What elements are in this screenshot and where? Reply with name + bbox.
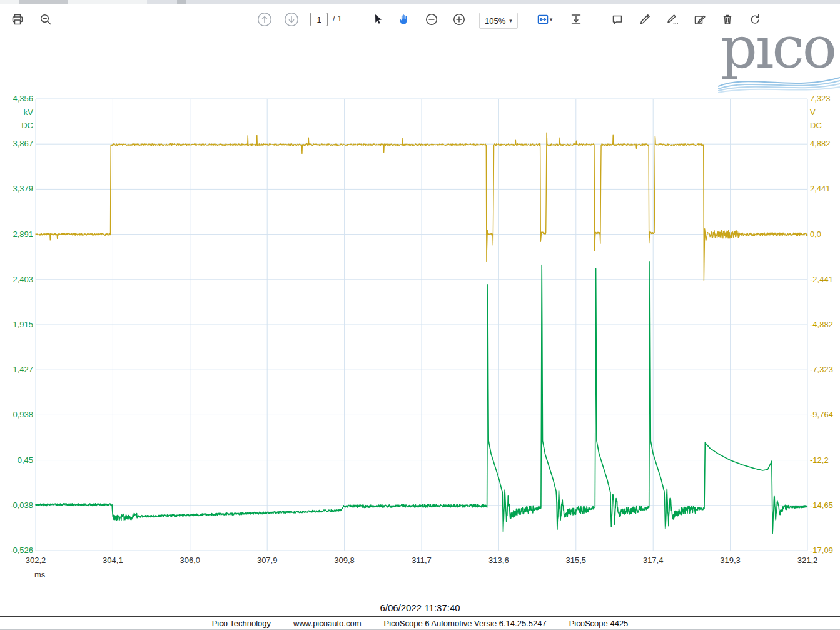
highlighter-icon xyxy=(665,13,679,26)
chevron-down-icon: ▾ xyxy=(509,18,512,24)
hand-tool-button[interactable] xyxy=(395,9,415,29)
print-datetime: 6/06/2022 11:37:40 xyxy=(0,602,840,613)
right-axis-tick: -7,323 xyxy=(810,365,840,375)
footer-company: Pico Technology xyxy=(212,619,271,628)
right-axis-tick: -17,09 xyxy=(810,546,840,556)
left-axis-tick: 4,356 xyxy=(0,94,33,104)
hand-tool-icon xyxy=(398,13,412,26)
right-axis-tick: 7,323 xyxy=(810,94,840,104)
left-axis-tick: 1,427 xyxy=(0,365,33,375)
highlighter-button[interactable] xyxy=(662,9,682,29)
nav-up-button[interactable] xyxy=(255,9,275,29)
pico-logo: pico xyxy=(718,31,840,94)
redo-button[interactable] xyxy=(745,9,765,29)
left-axis-tick: 3,379 xyxy=(0,184,33,194)
redo-icon xyxy=(748,13,762,26)
left-axis-tick: 0,45 xyxy=(0,455,33,465)
x-axis-tick: 321,2 xyxy=(789,556,826,566)
trash-icon xyxy=(721,13,734,26)
zoom-out-button[interactable] xyxy=(422,9,442,29)
left-axis-tick: 0,938 xyxy=(0,410,33,420)
left-axis-tick: 1,915 xyxy=(0,320,33,330)
signature-icon xyxy=(693,13,707,26)
nav-up-icon xyxy=(256,11,273,28)
right-axis-unit: DC xyxy=(810,121,840,131)
x-axis-tick: 309,8 xyxy=(326,556,363,566)
x-axis-tick: 304,1 xyxy=(94,556,131,566)
pico-logo-text: pico xyxy=(721,31,835,74)
comment-button[interactable] xyxy=(607,9,627,29)
right-axis-tick: 2,441 xyxy=(810,184,840,194)
left-axis-unit: kV xyxy=(0,108,33,118)
left-axis-tick: 2,891 xyxy=(0,230,33,240)
footer-scope-model: PicoScope 4425 xyxy=(569,619,629,628)
footer-software-version: PicoScope 6 Automotive Versie 6.14.25.52… xyxy=(383,619,546,628)
zoom-out-search-icon xyxy=(39,13,53,26)
nav-down-icon xyxy=(283,11,300,28)
chevron-down-icon: ▾ xyxy=(550,17,553,23)
right-axis-tick: 0,0 xyxy=(810,230,840,240)
pdf-toolbar: / 1 105% ▾ ▾ xyxy=(0,4,840,35)
x-axis-tick: 306,0 xyxy=(171,556,209,566)
fit-width-icon xyxy=(569,13,583,26)
zoom-level-select[interactable]: 105% ▾ xyxy=(479,13,518,29)
right-axis-tick: -4,882 xyxy=(810,320,840,330)
x-axis-unit: ms xyxy=(34,570,72,580)
pen-icon xyxy=(638,13,652,26)
left-axis-tick: -0,038 xyxy=(0,500,33,511)
delete-button[interactable] xyxy=(717,9,737,29)
page-view-button[interactable]: ▾ xyxy=(530,9,558,29)
fit-width-button[interactable] xyxy=(566,9,586,29)
nav-down-button[interactable] xyxy=(281,9,301,29)
comment-icon xyxy=(610,13,624,26)
x-axis-tick: 319,3 xyxy=(712,556,749,566)
left-axis-tick: 2,403 xyxy=(0,275,33,285)
logo-waves-icon xyxy=(718,70,840,94)
x-axis-tick: 313,6 xyxy=(480,556,517,566)
zoom-out-circle-icon xyxy=(425,13,438,26)
zoom-out-search-button[interactable] xyxy=(36,9,56,29)
x-axis-tick: 315,5 xyxy=(557,556,595,566)
zoom-in-circle-icon xyxy=(452,13,466,26)
right-axis-tick: -2,441 xyxy=(810,275,840,285)
footer-website: www.picoauto.com xyxy=(293,619,361,628)
select-tool-button[interactable] xyxy=(368,9,388,29)
right-axis-unit: V xyxy=(810,108,840,118)
zoom-level-value: 105% xyxy=(485,16,505,26)
page-view-icon xyxy=(536,13,550,26)
left-axis-tick: -0,526 xyxy=(0,546,33,556)
page-number-input[interactable] xyxy=(310,13,328,26)
x-axis-tick: 307,9 xyxy=(248,556,286,566)
right-axis-tick: 4,882 xyxy=(810,139,840,149)
pen-button[interactable] xyxy=(635,9,655,29)
footer-bar: Pico Technology www.picoauto.com PicoSco… xyxy=(0,616,840,629)
right-axis-tick: -9,764 xyxy=(810,410,840,420)
zoom-in-button[interactable] xyxy=(449,9,469,29)
left-axis-tick: 3,867 xyxy=(0,139,33,149)
x-axis-tick: 311,7 xyxy=(403,556,440,566)
print-icon xyxy=(11,13,24,26)
right-axis-tick: -14,65 xyxy=(810,500,840,511)
signature-button[interactable] xyxy=(690,9,710,29)
chart-area: 4,3563,8673,3792,8912,4031,9151,4270,938… xyxy=(0,0,840,630)
x-axis-tick: 317,4 xyxy=(634,556,672,566)
waveform-plot xyxy=(0,0,840,630)
left-axis-unit: DC xyxy=(0,121,33,131)
page-count-label: / 1 xyxy=(333,14,342,23)
print-button[interactable] xyxy=(8,9,28,29)
select-cursor-icon xyxy=(371,13,385,26)
x-axis-tick: 302,2 xyxy=(17,556,54,566)
right-axis-tick: -12,2 xyxy=(810,455,840,465)
